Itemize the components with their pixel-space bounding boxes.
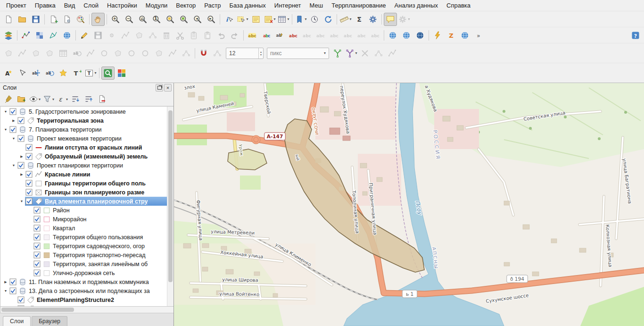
expander-icon[interactable]: ▼ [10,164,17,167]
layer-tree-row[interactable]: Территория общего пользования [0,233,167,242]
layer-tree-row[interactable]: Сервитут, публичный сервитут [0,304,167,306]
open-attribute-table-button[interactable]: ▾ [277,13,290,26]
expander-icon[interactable]: ▼ [2,110,9,113]
expand-all-button[interactable] [69,93,82,105]
quickosm-button[interactable] [431,29,444,42]
manage-map-themes-button[interactable]: ▾ [28,93,41,105]
layer-checkbox[interactable] [17,117,25,124]
select-annotation-button[interactable] [16,67,29,80]
layer-tree-row[interactable]: Границы территории общего поль [0,179,167,188]
layer-checkbox[interactable] [33,216,41,223]
layer-checkbox[interactable] [33,207,41,214]
layer-checkbox[interactable] [33,234,41,241]
osm-place-search-button[interactable] [101,67,115,80]
menu-база-данных[interactable]: База данных [225,1,270,10]
layer-tree-row[interactable]: ElementPlanningStructure2 [0,295,167,304]
layer-tree-row[interactable]: Квартал [0,224,167,233]
text-annotation-button[interactable]: T▾ [84,67,97,80]
filter-legend-button[interactable]: ▾ [42,93,55,105]
map-canvas[interactable]: злохулица КаменейТверскойпереулок Худяко… [173,83,644,326]
layer-tree-row[interactable]: ▼13. Дела о застроенных или подлежащих з… [0,286,167,295]
panel-tab-layers[interactable]: Слои [3,316,31,326]
snapping-units-select[interactable]: пикс▾ [267,48,329,59]
filter-by-expression-button[interactable]: ε▾ [56,93,68,105]
zoom-last-button[interactable]: ◂ [191,13,204,26]
layer-checkbox[interactable] [17,296,25,303]
layer-tree-row[interactable]: Границы зон планируемого разме [0,188,167,197]
panel-float-button[interactable] [156,84,163,92]
temporal-controller-button[interactable] [308,13,321,26]
layer-tree-row[interactable]: ▼5. Градостроительное зонирование [0,107,167,116]
data-source-manager-button[interactable] [2,29,15,42]
pan-map-button[interactable] [91,13,105,26]
layer-tree-row[interactable]: ▼Проект планировки территории [0,161,167,170]
menu-настройки[interactable]: Настройки [103,1,141,10]
add-group-button[interactable]: + [15,93,27,105]
layer-labeling-options-button[interactable]: abc [246,29,259,42]
layer-checkbox[interactable] [9,108,17,115]
layout-manager-button[interactable] [60,13,74,26]
web-service-1-button[interactable] [400,29,413,42]
expander-icon[interactable]: ▶ [2,280,9,284]
zoom-out-button[interactable]: − [123,13,136,26]
layer-checkbox[interactable] [9,278,17,285]
scrollbar-thumb[interactable] [168,110,173,282]
layer-checkbox[interactable] [33,225,41,232]
rotate-annotation-button[interactable]: ab [43,67,56,80]
layer-checkbox[interactable] [25,180,33,187]
zoom-to-layer-button[interactable] [177,13,190,26]
enable-tracing-button[interactable]: ▾ [345,47,358,60]
add-wms-layer-button[interactable] [60,29,74,42]
web-globe-button[interactable] [458,29,471,42]
expander-icon[interactable]: ▶ [18,173,25,176]
layer-checkbox[interactable] [25,171,33,178]
layer-tree-row[interactable]: ▼Проект межевания территории [0,134,167,143]
panel-tab-browser[interactable]: Браузер [32,316,67,326]
layer-tree-row[interactable]: ▼7. Планировка территории [0,125,167,134]
metasearch-button[interactable] [386,29,399,42]
zoom-full-button[interactable]: ⌂ [136,13,149,26]
layer-checkbox[interactable] [33,242,41,250]
help-button[interactable]: ? [629,29,642,42]
zoom-next-button[interactable]: ▸ [205,13,218,26]
plugin-z-button[interactable]: Z [445,29,458,42]
open-layer-styling-button[interactable] [2,93,14,105]
menu-вид[interactable]: Вид [60,1,80,10]
menu-слой[interactable]: Слой [79,1,103,10]
layer-checkbox[interactable] [25,153,33,160]
web-service-2-button[interactable] [413,29,427,42]
zoom-to-selection-button[interactable] [164,13,177,26]
vertical-scrollbar[interactable] [167,107,173,306]
layer-tree-row[interactable]: Территория транспортно-пересад [0,251,167,259]
deselect-all-button[interactable]: ×▾ [263,13,276,26]
layer-checkbox[interactable] [9,126,17,133]
layer-checkbox[interactable] [17,135,25,142]
add-text-annotation-button[interactable]: T+ [70,67,83,80]
layer-tree-row[interactable]: ▼Вид элемента планировочной стру [0,197,167,206]
scrollbar-thumb[interactable] [1,308,74,312]
toggle-editing-button[interactable] [78,29,91,42]
new-project-button[interactable] [2,13,15,26]
menu-справка[interactable]: Справка [442,1,475,10]
zoom-native-button[interactable]: 1 [150,13,163,26]
expander-icon[interactable]: ▼ [18,200,25,203]
menu-интернет[interactable]: Интернет [270,1,305,10]
identify-features-button[interactable]: i [222,13,235,26]
layer-tree-row[interactable]: ▶Образуемый (изменяемый) земель [0,152,167,161]
favorites-button[interactable] [57,67,70,80]
menu-проект[interactable]: Проект [2,1,31,10]
save-project-button[interactable] [29,13,42,26]
processing-toolbox-button[interactable] [366,13,380,26]
layer-tree-row[interactable]: Территория садоводческого, огор [0,242,167,251]
statistical-summary-button[interactable]: Σ [353,13,366,26]
panel-close-button[interactable]: × [164,84,172,92]
expander-icon[interactable]: ▼ [10,137,17,140]
toolbar-overflow-button[interactable]: » [472,29,485,42]
layer-checkbox[interactable] [17,162,25,169]
spinner-arrows-icon[interactable]: ▴▾ [258,48,263,59]
layer-checkbox[interactable] [25,189,33,196]
select-by-value-button[interactable] [249,13,263,26]
add-mesh-layer-button[interactable] [47,29,60,42]
menu-анализ-данных[interactable]: Анализ данных [390,1,443,10]
horizontal-scrollbar[interactable] [0,307,173,313]
